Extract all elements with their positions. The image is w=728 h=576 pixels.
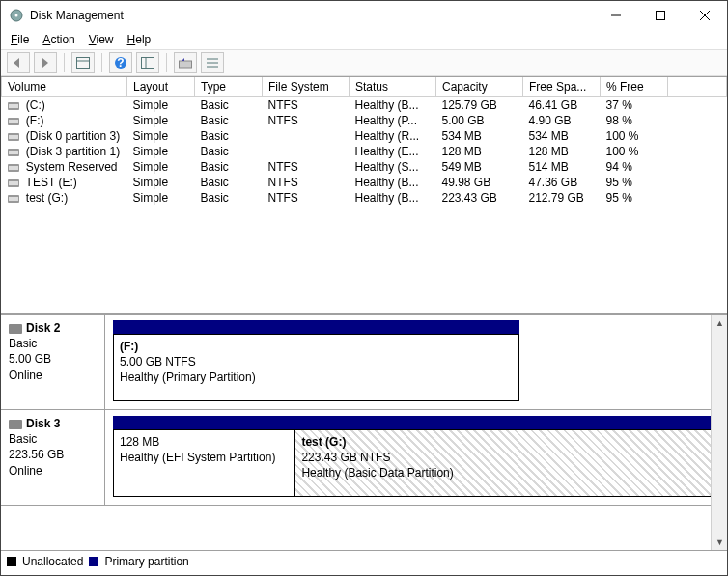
col-fs[interactable]: File System [263,77,350,97]
table-row[interactable]: test (G:)SimpleBasicNTFSHealthy (B...223… [2,190,727,206]
volume-icon [8,179,19,187]
menubar: File Action View Help [1,30,727,49]
disk-graphical-pane: Disk 2Basic5.00 GBOnline (F:)5.00 GB NTF… [1,313,727,550]
table-row[interactable]: (C:)SimpleBasicNTFSHealthy (B...125.79 G… [2,97,727,114]
disk-row: Disk 3Basic223.56 GBOnline128 MBHealthy … [1,410,727,506]
volume-icon [8,164,19,172]
svg-text:?: ? [117,56,124,69]
back-button[interactable] [7,52,30,73]
volume-icon [8,149,19,156]
legend-primary: Primary partition [104,555,188,568]
col-status[interactable]: Status [350,77,436,97]
volume-list-pane: Volume Layout Type File System Status Ca… [1,77,727,313]
partition-area: 128 MBHealthy (EFI System Partition)test… [105,410,727,505]
toolbar-divider [64,53,65,72]
partition-box[interactable]: test (G:)223.43 GB NTFSHealthy (Basic Da… [294,429,719,497]
legend-unallocated: Unallocated [22,555,83,568]
partition-area: (F:)5.00 GB NTFSHealthy (Primary Partiti… [105,315,727,409]
table-row[interactable]: (Disk 3 partition 1)SimpleBasicHealthy (… [2,144,727,159]
titlebar[interactable]: Disk Management [1,1,727,30]
forward-button[interactable] [34,52,57,73]
disk-label[interactable]: Disk 2Basic5.00 GBOnline [1,315,105,409]
col-free[interactable]: Free Spa... [523,77,601,97]
app-icon [9,8,24,23]
minimize-button[interactable] [594,1,638,30]
table-header[interactable]: Volume Layout Type File System Status Ca… [2,77,727,97]
partition-header-bar [113,320,519,334]
volume-icon [8,102,19,110]
disk-label[interactable]: Disk 3Basic223.56 GBOnline [1,410,105,505]
help-button[interactable]: ? [109,52,132,73]
volume-icon [8,133,19,141]
action-icon[interactable] [174,52,197,73]
svg-rect-10 [142,58,154,69]
maximize-button[interactable] [638,1,683,30]
toolbar-divider [166,53,167,72]
view-panes-button[interactable] [71,52,95,73]
toolbar: ? [1,49,727,76]
scroll-down-icon[interactable]: ▼ [712,534,727,550]
close-button[interactable] [683,1,727,30]
table-row[interactable]: System ReservedSimpleBasicNTFSHealthy (S… [2,159,727,175]
svg-rect-3 [657,12,665,20]
primary-swatch [89,557,98,566]
svg-rect-12 [180,61,192,68]
content-area: Volume Layout Type File System Status Ca… [1,76,727,571]
table-row[interactable]: (Disk 0 partition 3)SimpleBasicHealthy (… [2,128,727,144]
table-row[interactable]: TEST (E:)SimpleBasicNTFSHealthy (B...49.… [2,175,727,190]
list-icon[interactable] [201,52,224,73]
menu-help[interactable]: Help [127,33,152,46]
disk-icon [9,420,22,429]
menu-file[interactable]: File [11,33,29,46]
col-capacity[interactable]: Capacity [436,77,523,97]
menu-action[interactable]: Action [42,33,74,46]
menu-view[interactable]: View [89,33,114,46]
col-type[interactable]: Type [195,77,263,97]
window-title: Disk Management [30,9,594,22]
partition-header-bar [113,416,719,429]
unallocated-swatch [7,557,16,566]
partition-box[interactable]: (F:)5.00 GB NTFSHealthy (Primary Partiti… [113,334,519,401]
disk-row: Disk 2Basic5.00 GBOnline (F:)5.00 GB NTF… [1,315,727,410]
toolbar-divider [101,53,102,72]
col-layout[interactable]: Layout [127,77,195,97]
settings-icon[interactable] [136,52,159,73]
disk-icon [9,324,22,334]
svg-rect-6 [77,58,90,69]
volume-icon [8,195,19,203]
col-volume[interactable]: Volume [2,77,127,97]
volume-table[interactable]: Volume Layout Type File System Status Ca… [1,77,727,206]
col-pct[interactable]: % Free [601,77,668,97]
scroll-up-icon[interactable]: ▲ [712,315,727,331]
volume-icon [8,118,19,125]
disk-management-window: Disk Management File Action View Help ? [0,0,728,576]
col-spacer [668,77,727,97]
partition-box[interactable]: 128 MBHealthy (EFI System Partition) [113,429,294,497]
legend: Unallocated Primary partition [1,550,727,571]
scrollbar[interactable]: ▲ ▼ [711,315,727,550]
table-row[interactable]: (F:)SimpleBasicNTFSHealthy (P...5.00 GB4… [2,113,727,128]
svg-point-1 [15,14,18,17]
